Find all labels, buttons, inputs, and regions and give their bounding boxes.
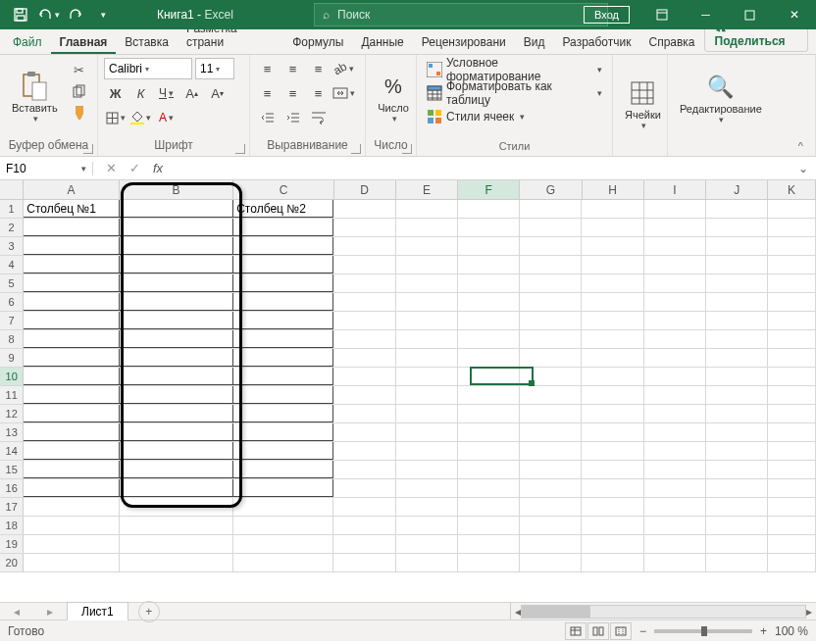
page-layout-view-button[interactable] (587, 622, 609, 640)
cell[interactable] (333, 554, 395, 571)
increase-font-icon[interactable]: A▴ (180, 82, 203, 104)
cell[interactable] (333, 349, 395, 367)
row-header[interactable]: 15 (0, 461, 24, 478)
tab-developer[interactable]: Разработчик (553, 30, 639, 54)
row-header[interactable]: 12 (0, 405, 24, 422)
row-header[interactable]: 9 (0, 349, 24, 367)
tab-formulas[interactable]: Формулы (283, 30, 352, 54)
cell[interactable]: Столбец №1 (24, 200, 119, 218)
cell[interactable] (120, 554, 234, 571)
cell[interactable] (333, 368, 395, 385)
cell[interactable] (520, 219, 582, 236)
orientation-icon[interactable]: ab▾ (332, 58, 355, 79)
ribbon-options-icon[interactable] (639, 0, 684, 29)
cell[interactable] (520, 535, 582, 553)
cell[interactable] (396, 293, 458, 311)
cell[interactable] (582, 423, 643, 441)
cell[interactable] (333, 386, 395, 404)
cell[interactable] (120, 461, 234, 478)
cell[interactable] (24, 405, 119, 422)
row-header[interactable]: 6 (0, 293, 24, 311)
cell[interactable] (458, 423, 520, 441)
cell[interactable] (458, 200, 520, 218)
column-header-J[interactable]: J (706, 180, 768, 199)
tab-view[interactable]: Вид (515, 30, 554, 54)
number-format-button[interactable]: % Число ▾ (372, 58, 415, 136)
row-header[interactable]: 18 (0, 517, 24, 534)
cell[interactable] (396, 498, 458, 516)
cell[interactable] (644, 330, 706, 348)
cell[interactable] (24, 479, 119, 497)
zoom-in-button[interactable]: + (760, 624, 767, 638)
cell[interactable] (333, 461, 395, 478)
cell[interactable] (520, 498, 582, 516)
cell[interactable] (520, 237, 582, 255)
cell[interactable] (333, 237, 395, 255)
cell[interactable] (24, 442, 119, 460)
row-header[interactable]: 13 (0, 423, 24, 441)
cell[interactable] (768, 349, 816, 367)
cell[interactable] (582, 274, 643, 292)
copy-button[interactable] (70, 81, 89, 101)
cell[interactable] (233, 293, 333, 311)
save-icon[interactable] (8, 2, 33, 27)
cell[interactable] (520, 368, 582, 385)
fill-color-button[interactable]: ▾ (129, 107, 152, 128)
cell[interactable] (333, 219, 395, 236)
cell[interactable] (396, 535, 458, 553)
cell[interactable] (396, 237, 458, 255)
cell[interactable] (520, 330, 582, 348)
login-button[interactable]: Вход (584, 6, 630, 24)
cell[interactable] (458, 405, 520, 422)
redo-button[interactable] (63, 2, 88, 27)
page-break-view-button[interactable] (610, 622, 632, 640)
cell[interactable] (458, 479, 520, 497)
cell[interactable] (24, 423, 119, 441)
cell[interactable] (458, 330, 520, 348)
cell[interactable] (120, 219, 234, 236)
cell[interactable] (520, 312, 582, 329)
cell[interactable] (396, 312, 458, 329)
cell[interactable] (582, 219, 643, 236)
search-box[interactable]: ⌕ Поиск (314, 3, 608, 26)
cell[interactable]: Столбец №2 (233, 200, 333, 218)
align-middle-icon[interactable]: ≡ (281, 58, 304, 79)
cell[interactable] (333, 274, 395, 292)
cell[interactable] (768, 535, 816, 553)
cell[interactable] (706, 368, 768, 385)
row-header[interactable]: 20 (0, 554, 24, 571)
cell[interactable] (396, 200, 458, 218)
maximize-button[interactable] (728, 0, 772, 29)
cell[interactable] (706, 312, 768, 329)
cell[interactable] (24, 461, 119, 478)
column-header-B[interactable]: B (120, 180, 234, 199)
cell[interactable] (120, 349, 234, 367)
cell[interactable] (706, 479, 768, 497)
column-header-A[interactable]: A (24, 180, 119, 199)
row-header[interactable]: 4 (0, 256, 24, 273)
scroll-right-icon[interactable]: ▸ (806, 605, 812, 619)
cell[interactable] (706, 386, 768, 404)
dialog-launcher-icon[interactable] (402, 144, 412, 154)
row-header[interactable]: 3 (0, 237, 24, 255)
cell[interactable] (396, 442, 458, 460)
cell[interactable] (233, 256, 333, 273)
column-header-F[interactable]: F (458, 180, 520, 199)
cell[interactable] (644, 498, 706, 516)
cell[interactable] (520, 461, 582, 478)
cell[interactable] (644, 386, 706, 404)
row-header[interactable]: 17 (0, 498, 24, 516)
cell[interactable] (644, 423, 706, 441)
cell[interactable] (582, 479, 643, 497)
cell[interactable] (768, 274, 816, 292)
cell[interactable] (582, 256, 643, 273)
cell[interactable] (458, 349, 520, 367)
cancel-formula-icon[interactable]: ✕ (103, 161, 119, 175)
cell[interactable] (582, 312, 643, 329)
cell[interactable] (644, 312, 706, 329)
cell[interactable] (768, 386, 816, 404)
cell[interactable] (706, 349, 768, 367)
name-box[interactable]: F10▾ (0, 162, 93, 175)
align-center-icon[interactable]: ≡ (281, 82, 304, 104)
cell[interactable] (396, 386, 458, 404)
